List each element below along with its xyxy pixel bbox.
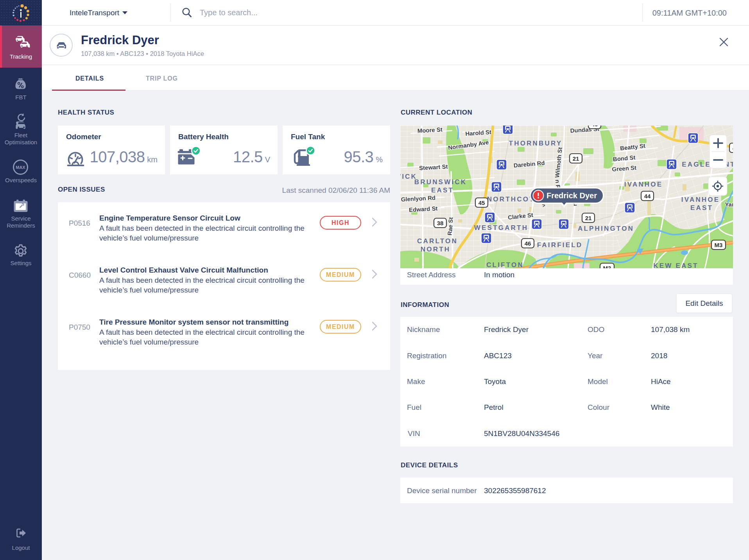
svg-text:CARLTON: CARLTON xyxy=(417,237,458,245)
svg-text:44: 44 xyxy=(644,193,651,199)
svg-text:21: 21 xyxy=(573,155,579,162)
svg-text:NORTH: NORTH xyxy=(421,246,450,253)
svg-text:Yarr: Yarr xyxy=(725,201,733,208)
svg-text:21: 21 xyxy=(585,215,592,221)
svg-text:FAIRFIELD: FAIRFIELD xyxy=(537,241,583,249)
svg-text:IVANHOE: IVANHOE xyxy=(681,196,720,203)
svg-text:KEW EAST: KEW EAST xyxy=(653,262,698,268)
svg-text:ALPHINGTON: ALPHINGTON xyxy=(578,225,634,232)
svg-text:CLIFTON: CLIFTON xyxy=(486,261,524,268)
svg-text:40: 40 xyxy=(733,145,733,151)
svg-text:THORNBURY: THORNBURY xyxy=(509,140,563,147)
svg-text:Moore St: Moore St xyxy=(417,126,443,134)
svg-text:Fredrick Dyer: Fredrick Dyer xyxy=(547,191,597,200)
svg-text:38: 38 xyxy=(437,220,444,226)
svg-text:MAX: MAX xyxy=(16,165,25,170)
svg-text:EAST: EAST xyxy=(431,187,454,194)
svg-text:WESTGARTH: WESTGARTH xyxy=(474,224,528,232)
svg-text:Rae St: Rae St xyxy=(446,217,454,236)
svg-text:45: 45 xyxy=(478,199,485,206)
svg-text:BRUNSWICK: BRUNSWICK xyxy=(414,178,467,186)
svg-text:46: 46 xyxy=(525,240,531,247)
svg-text:IVANHOE: IVANHOE xyxy=(624,181,663,188)
svg-text:M3: M3 xyxy=(603,265,611,269)
svg-text:M3: M3 xyxy=(715,242,723,248)
svg-text:46: 46 xyxy=(591,126,598,127)
svg-text:EAST: EAST xyxy=(690,204,713,212)
